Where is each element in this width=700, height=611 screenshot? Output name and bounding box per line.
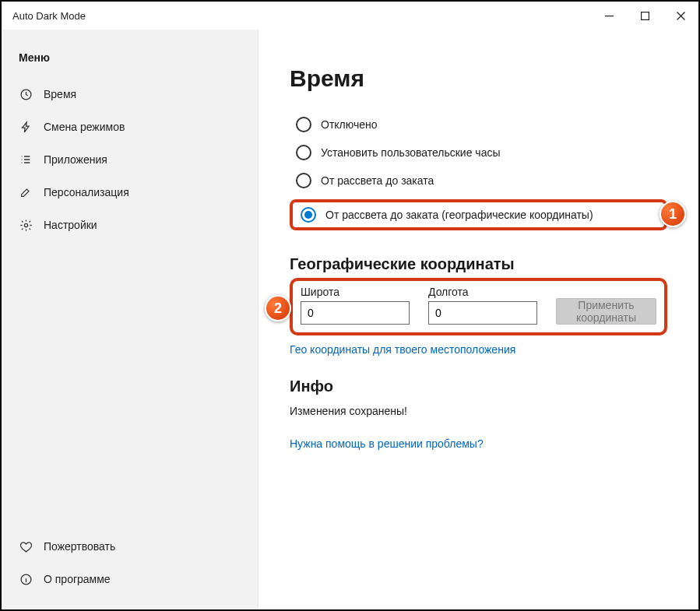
sidebar-item-time[interactable]: Время (2, 78, 258, 111)
latitude-label: Широта (301, 286, 410, 298)
heart-icon (19, 539, 33, 553)
maximize-button[interactable] (627, 2, 663, 30)
sidebar-item-apps[interactable]: Приложения (2, 143, 258, 176)
minimize-button[interactable] (591, 2, 627, 30)
main-content: Время Отключено Установить пользовательс… (259, 30, 698, 609)
info-icon (19, 572, 33, 586)
sidebar: Меню Время Смена режимов (2, 30, 259, 609)
gear-icon (19, 218, 33, 232)
clock-icon (19, 87, 33, 101)
svg-rect-0 (605, 16, 614, 16)
sidebar-item-label: Время (44, 88, 76, 100)
radio-custom-hours[interactable]: Установить пользовательские часы (290, 140, 667, 165)
radio-sunrise-sunset[interactable]: От рассвета до заката (290, 168, 667, 193)
sidebar-item-label: Пожертвовать (44, 540, 115, 553)
sidebar-item-personalization[interactable]: Персонализация (2, 176, 258, 209)
sidebar-item-label: Персонализация (44, 186, 129, 198)
radio-icon (301, 207, 316, 223)
edit-icon (19, 185, 33, 199)
radio-icon (296, 173, 311, 188)
sidebar-item-label: Настройки (44, 219, 97, 231)
longitude-input[interactable] (428, 301, 537, 325)
window-title: Auto Dark Mode (12, 10, 86, 22)
sidebar-item-label: О программе (44, 573, 111, 585)
apply-coords-button[interactable]: Применить координаты (556, 298, 656, 325)
coords-block: 2 Широта Долгота Применить координаты (290, 278, 667, 335)
page-title: Время (290, 65, 667, 92)
coords-heading: Географические координаты (290, 255, 667, 273)
radio-sunrise-sunset-coords[interactable]: От рассвета до заката (географические ко… (290, 199, 667, 230)
titlebar: Auto Dark Mode (2, 2, 698, 30)
radio-label: От рассвета до заката (географические ко… (325, 209, 593, 221)
radio-icon (296, 117, 311, 132)
radio-label: Отключено (321, 118, 378, 131)
sidebar-item-donate[interactable]: Пожертвовать (2, 530, 258, 563)
annotation-callout-2: 2 (265, 295, 291, 321)
sidebar-item-label: Приложения (44, 153, 107, 166)
annotation-callout-1: 1 (660, 201, 686, 227)
list-icon (19, 153, 33, 167)
window-controls (591, 2, 698, 30)
radio-label: От рассвета до заката (321, 174, 434, 187)
app-window: Auto Dark Mode Меню Время (0, 0, 700, 611)
lightning-icon (19, 120, 33, 134)
radio-label: Установить пользовательские часы (321, 146, 501, 159)
svg-rect-1 (641, 12, 649, 19)
close-button[interactable] (663, 2, 698, 30)
longitude-label: Долгота (428, 286, 537, 298)
radio-icon (296, 145, 311, 160)
sidebar-item-settings[interactable]: Настройки (2, 209, 258, 241)
sidebar-item-about[interactable]: О программе (2, 563, 258, 595)
geo-link[interactable]: Гео координаты для твоего местоположения (290, 343, 515, 356)
sidebar-item-switch-modes[interactable]: Смена режимов (2, 111, 258, 143)
sidebar-item-label: Смена режимов (44, 121, 125, 133)
help-link[interactable]: Нужна помощь в решении проблемы? (290, 437, 484, 450)
svg-point-3 (24, 223, 27, 226)
info-text: Изменения сохранены! (290, 405, 667, 417)
radio-disabled[interactable]: Отключено (290, 112, 667, 137)
time-mode-radio-group: Отключено Установить пользовательские ча… (290, 112, 667, 234)
info-heading: Инфо (290, 377, 667, 395)
latitude-input[interactable] (301, 301, 410, 325)
sidebar-heading: Меню (2, 44, 258, 78)
